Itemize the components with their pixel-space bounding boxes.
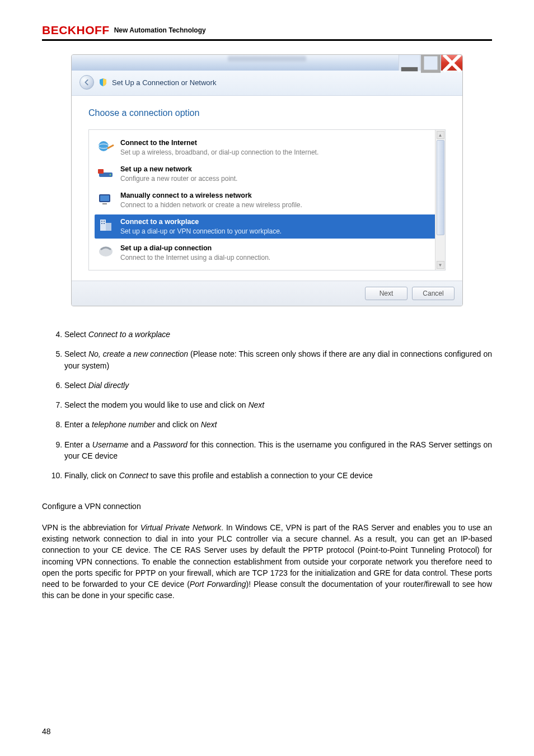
step-emph: No, create a new connection — [88, 349, 188, 358]
maximize-button[interactable] — [420, 55, 441, 71]
option-manual-wireless[interactable]: Manually connect to a wireless network C… — [95, 188, 445, 212]
svg-point-6 — [110, 174, 111, 176]
section-title: Configure a VPN connection — [42, 502, 492, 511]
option-setup-new-network[interactable]: Set up a new network Configure a new rou… — [95, 162, 445, 186]
step-9: Enter a Username and a Password for this… — [64, 439, 492, 462]
step-7: Select the modem you would like to use a… — [64, 399, 492, 410]
connection-wizard-dialog: Set Up a Connection or Network Choose a … — [71, 54, 463, 306]
step-emph: telephone number — [92, 420, 155, 429]
nav-row: Set Up a Connection or Network — [72, 71, 462, 96]
option-title: Manually connect to a wireless network — [120, 191, 302, 200]
option-connect-workplace[interactable]: Connect to a workplace Set up a dial-up … — [95, 214, 442, 239]
step-text: Select the modem you would like to use a… — [64, 400, 248, 409]
monitor-icon — [97, 191, 115, 207]
svg-rect-9 — [102, 203, 107, 204]
option-title: Set up a dial-up connection — [120, 244, 270, 253]
step-emph: Password — [153, 440, 187, 449]
option-title: Set up a new network — [120, 165, 237, 174]
step-text: Enter a — [64, 420, 92, 429]
titlebar-text-blur — [228, 56, 306, 62]
nav-title: Set Up a Connection or Network — [112, 78, 216, 87]
steps-list: Select Connect to a workplace Select No,… — [64, 329, 492, 482]
window-buttons — [399, 55, 462, 71]
step-text: Enter a — [64, 440, 92, 449]
option-connect-internet[interactable]: Connect to the Internet Set up a wireles… — [95, 136, 445, 160]
step-emph: Dial directly — [88, 381, 129, 390]
back-button[interactable] — [79, 75, 94, 90]
step-text: Select — [64, 381, 88, 390]
scroll-down-icon[interactable]: ▼ — [437, 261, 444, 269]
step-text: and click on — [155, 420, 201, 429]
step-text: and a — [128, 440, 153, 449]
scrollbar-vertical[interactable]: ▲ ▼ — [435, 130, 445, 270]
header-rule — [42, 39, 492, 41]
step-10: Finally, click on Connect to save this p… — [64, 470, 492, 481]
dialog-footer: Next Cancel — [72, 281, 462, 306]
step-emph: Connect — [119, 471, 148, 480]
svg-rect-13 — [104, 221, 105, 222]
svg-rect-5 — [98, 169, 104, 174]
step-text: Select — [64, 330, 88, 339]
dialog-heading: Choose a connection option — [88, 108, 446, 118]
building-icon — [97, 217, 115, 233]
scroll-up-icon[interactable]: ▲ — [437, 131, 444, 139]
titlebar — [72, 55, 462, 71]
step-4: Select Connect to a workplace — [64, 329, 492, 340]
svg-point-2 — [99, 141, 109, 151]
step-text: to save this profile and establish a con… — [148, 471, 373, 480]
svg-rect-11 — [106, 223, 111, 231]
step-emph: Username — [92, 440, 129, 449]
para-text: VPN is the abbreviation for — [42, 523, 140, 532]
phone-icon — [97, 244, 115, 259]
vpn-paragraph: VPN is the abbreviation for Virtual Priv… — [42, 522, 492, 601]
svg-rect-14 — [101, 223, 102, 224]
cancel-button[interactable]: Cancel — [412, 287, 455, 300]
option-desc: Set up a wireless, broadband, or dial-up… — [120, 148, 318, 157]
svg-rect-12 — [101, 221, 102, 222]
step-text: Select — [64, 349, 88, 358]
page-header: BECKHOFF New Automation Technology — [42, 0, 492, 37]
page-number: 48 — [42, 727, 51, 736]
option-title: Connect to the Internet — [120, 138, 318, 148]
step-emph: Next — [248, 400, 264, 409]
step-5: Select No, create a new connection (Plea… — [64, 348, 492, 371]
step-6: Select Dial directly — [64, 380, 492, 391]
option-desc: Set up a dial-up or VPN connection to yo… — [120, 227, 282, 236]
svg-rect-8 — [100, 195, 109, 201]
router-icon — [97, 165, 115, 180]
option-title: Connect to a workplace — [120, 217, 282, 227]
options-pane: Connect to the Internet Set up a wireles… — [88, 129, 446, 270]
globe-icon — [97, 138, 115, 154]
next-button[interactable]: Next — [365, 287, 407, 300]
option-desc: Connect to a hidden network or create a … — [120, 200, 302, 209]
option-desc: Configure a new router or access point. — [120, 174, 237, 183]
step-emph: Connect to a workplace — [88, 330, 170, 339]
svg-rect-1 — [423, 54, 439, 71]
dialog-body: Choose a connection option Connect to th… — [72, 96, 462, 281]
brand-logo-text: BECKHOFF — [42, 24, 110, 37]
para-text: . In Windows CE, VPN is part of the RAS … — [42, 523, 492, 589]
svg-rect-10 — [100, 220, 106, 231]
shield-icon — [99, 78, 107, 87]
option-dialup[interactable]: Set up a dial-up connection Connect to t… — [95, 241, 445, 265]
para-emph: Virtual Private Network — [140, 523, 221, 532]
para-emph: Port Forwarding — [190, 580, 246, 589]
option-desc: Connect to the Internet using a dial-up … — [120, 253, 270, 262]
step-emph: Next — [201, 420, 217, 429]
brand-tagline: New Automation Technology — [113, 26, 206, 34]
scroll-thumb[interactable] — [437, 140, 444, 235]
svg-rect-15 — [104, 223, 105, 224]
step-text: Finally, click on — [64, 471, 119, 480]
svg-rect-0 — [401, 67, 418, 71]
minimize-button[interactable] — [399, 55, 420, 71]
close-button[interactable] — [441, 55, 462, 71]
step-8: Enter a telephone number and click on Ne… — [64, 419, 492, 430]
